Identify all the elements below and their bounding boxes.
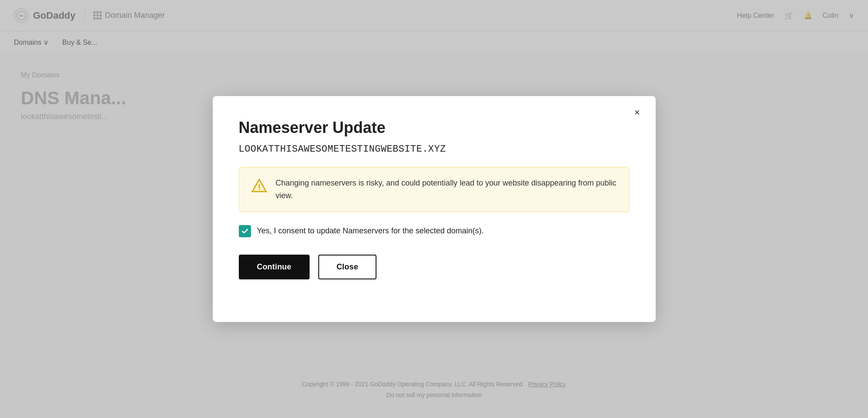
svg-text:!: ! [258,183,261,192]
buttons-row: Continue Close [239,255,630,279]
modal-overlay: × Nameserver Update LOOKATTHISAWESOMETES… [0,0,868,418]
modal-close-x-button[interactable]: × [630,105,645,120]
consent-label: Yes, I consent to update Nameservers for… [257,226,484,236]
consent-checkbox[interactable] [239,225,251,237]
continue-button[interactable]: Continue [239,255,310,279]
modal-dialog: × Nameserver Update LOOKATTHISAWESOMETES… [213,96,656,322]
warning-box: ! Changing nameservers is risky, and cou… [239,167,630,212]
modal-domain: LOOKATTHISAWESOMETESTINGWEBSITE.XYZ [239,144,630,155]
modal-title: Nameserver Update [239,119,630,137]
consent-row: Yes, I consent to update Nameservers for… [239,225,630,237]
close-button[interactable]: Close [318,255,376,279]
warning-icon: ! [251,178,267,193]
warning-text: Changing nameservers is risky, and could… [276,177,617,202]
